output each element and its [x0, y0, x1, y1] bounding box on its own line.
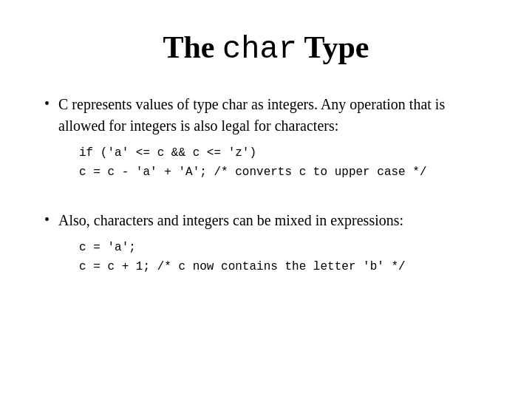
code-block-1: if ('a' <= c && c <= 'z') c = c - 'a' + …	[79, 144, 488, 182]
bullet-section-2: • Also, characters and integers can be m…	[44, 210, 488, 284]
bullet-dot-2: •	[44, 211, 50, 228]
title-prefix: The	[163, 30, 223, 64]
slide-title: The char Type	[44, 30, 488, 67]
bullet-text-2: Also, characters and integers can be mix…	[58, 212, 403, 228]
code-line-1-1: if ('a' <= c && c <= 'z')	[79, 144, 488, 163]
title-suffix: Type	[297, 30, 369, 64]
bullet-item-1: • C represents values of type char as in…	[44, 94, 488, 182]
bullet-content-2: Also, characters and integers can be mix…	[58, 210, 406, 276]
code-line-1-2: c = c - 'a' + 'A'; /* converts c to uppe…	[79, 163, 488, 183]
bullet-item-2: • Also, characters and integers can be m…	[44, 210, 488, 276]
bullet-text-1: C represents values of type char as inte…	[58, 96, 445, 134]
bullet-section-1: • C represents values of type char as in…	[44, 94, 488, 189]
code-line-2-1: c = 'a';	[79, 239, 406, 258]
code-line-2-2: c = c + 1; /* c now contains the letter …	[79, 258, 406, 277]
bullet-dot-1: •	[44, 95, 50, 112]
bullet-content-1: C represents values of type char as inte…	[58, 94, 488, 182]
slide: The char Type • C represents values of t…	[0, 0, 532, 399]
code-block-2: c = 'a'; c = c + 1; /* c now contains th…	[79, 239, 406, 276]
title-mono: char	[222, 32, 297, 67]
